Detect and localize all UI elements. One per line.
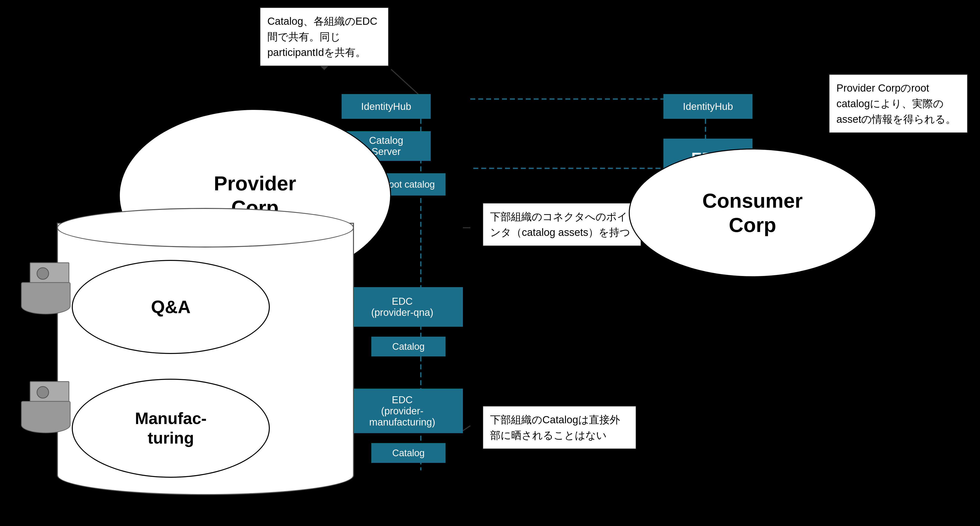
svg-line-6 [391,69,421,97]
identity-hub-left-box: IdentityHub [342,94,431,119]
identity-hub-left-label: IdentityHub [361,101,411,112]
callout-top: Catalog、各組織のEDC間で共有。同じparticipantIdを共有。 [260,8,389,66]
catalog-manufacturing-label: Catalog [392,448,425,458]
edc-qna-label: EDC (provider-qna) [371,296,433,318]
callout-bottom: 下部組織のCatalogは直接外部に晒されることはない [483,406,636,449]
manufacturing-label: Manufac- turing [135,409,207,448]
cylinder-top [57,208,354,248]
svg-line-8 [463,426,470,431]
catalog-qna-label: Catalog [392,341,425,352]
callout-top-text: Catalog、各組織のEDC間で共有。同じparticipantIdを共有。 [267,15,377,58]
server-block-qna-bottom [21,282,70,315]
catalog-qna-box: Catalog [371,337,445,356]
identity-hub-right-label: IdentityHub [683,101,733,112]
callout-mid-text: 下部組織のコネクタへのポインタ（catalog assets）を持つ [490,211,630,238]
qna-ellipse: Q&A [72,260,270,354]
diagram-container: .dashed { stroke: #1a6e8a; stroke-width:… [0,0,980,526]
callout-bottom-text: 下部組織のCatalogは直接外部に晒されることはない [490,414,620,441]
edc-manufacturing-label: EDC (provider- manufacturing) [369,394,436,428]
callout-right: Provider Corpのroot catalogにより、実際のassetの情… [829,74,967,133]
qna-label: Q&A [151,296,191,318]
consumer-corp-ellipse: Consumer Corp [629,148,876,277]
callout-mid: 下部組織のコネクタへのポインタ（catalog assets）を持つ [483,203,641,246]
consumer-corp-label: Consumer Corp [702,189,803,237]
edc-manufacturing-box: EDC (provider- manufacturing) [342,389,463,433]
edc-qna-box: EDC (provider-qna) [342,287,463,327]
server-disk-qna-top [37,267,49,280]
catalog-manufacturing-box: Catalog [371,443,445,463]
identity-hub-right-box: IdentityHub [663,94,752,119]
manufacturing-ellipse: Manufac- turing [72,379,270,478]
server-block-mfg-bottom [21,401,70,433]
callout-right-text: Provider Corpのroot catalogにより、実際のassetの情… [837,82,956,125]
server-disk-mfg-top [37,386,49,399]
